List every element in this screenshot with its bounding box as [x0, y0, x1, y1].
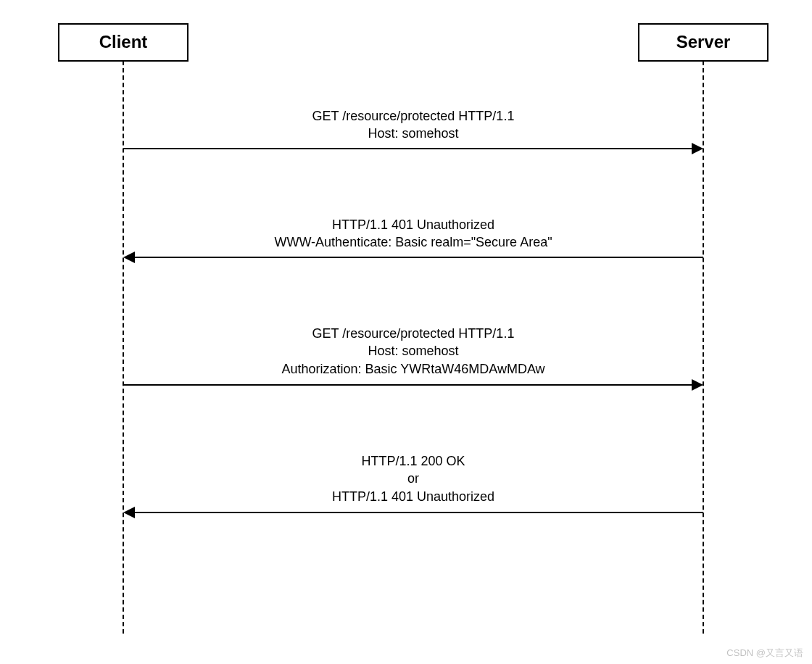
participant-server: Server [638, 23, 768, 62]
message-1-arrowhead [692, 143, 703, 154]
message-4-arrowhead [123, 507, 135, 518]
message-1-arrow [123, 148, 693, 149]
watermark: CSDN @又言又语 [726, 647, 803, 660]
message-2-arrowhead [123, 252, 135, 263]
message-3-label: GET /resource/protected HTTP/1.1 Host: s… [123, 325, 703, 378]
message-4-label: HTTP/1.1 200 OK or HTTP/1.1 401 Unauthor… [123, 452, 703, 505]
participant-client-label: Client [99, 32, 148, 51]
participant-server-label: Server [676, 32, 731, 51]
message-4-arrow [133, 512, 703, 513]
participant-client: Client [58, 23, 188, 62]
message-3-arrow [123, 384, 693, 386]
message-1-label: GET /resource/protected HTTP/1.1 Host: s… [123, 107, 703, 143]
message-3-arrowhead [692, 379, 703, 391]
message-2-label: HTTP/1.1 401 Unauthorized WWW-Authentica… [123, 216, 703, 252]
message-2-arrow [133, 257, 703, 258]
